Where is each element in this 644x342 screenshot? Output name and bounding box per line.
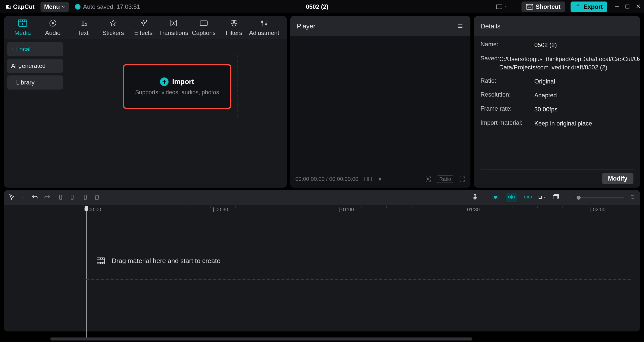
svg-rect-44 (539, 196, 541, 198)
shortcut-label: Shortcut (536, 3, 560, 10)
minimize-icon (614, 4, 620, 9)
details-body: Name:0502 (2) Saved:C:/Users/topgus_thin… (474, 36, 640, 188)
import-button-highlighted[interactable]: + Import Supports: videos, audios, photo… (123, 64, 231, 109)
svg-point-5 (528, 6, 528, 6)
tab-captions-label: Captions (192, 29, 216, 36)
track-view-tool[interactable] (552, 194, 560, 201)
titlebar: CapCut Menu Auto saved: 17:03:51 0502 (2… (0, 0, 644, 14)
player-viewport[interactable]: 00:00:00:00 / 00:00:00:00 Ratio (290, 36, 470, 188)
tab-effects[interactable]: Effects (128, 19, 158, 36)
compare-icon[interactable] (364, 176, 372, 182)
details-framerate-label: Frame rate: (480, 105, 534, 114)
timeline-hscroll[interactable] (50, 337, 636, 340)
svg-point-33 (427, 178, 429, 180)
timeline-body[interactable]: Drag material here and start to create (85, 217, 632, 331)
tab-text-label: Text (77, 29, 89, 36)
menu-button[interactable]: Menu (41, 2, 69, 12)
mic-button[interactable] (472, 193, 478, 202)
selection-dropdown[interactable] (21, 195, 25, 200)
details-ratio-value: Original (534, 77, 633, 86)
adjustment-icon (259, 19, 269, 27)
details-framerate-value: 30.00fps (534, 105, 633, 114)
modify-button[interactable]: Modify (602, 173, 633, 184)
split-tool[interactable] (57, 194, 64, 202)
details-saved-value: C:/Users/topgus_thinkpad/AppData/Local/C… (499, 55, 640, 72)
focus-icon[interactable] (425, 176, 431, 182)
details-title: Details (480, 22, 500, 30)
sidebar-item-local[interactable]: Local (7, 42, 63, 56)
app-logo: CapCut (5, 3, 34, 10)
zoom-out-button[interactable] (567, 195, 571, 200)
audio-icon (48, 19, 58, 27)
capcut-logo-icon (5, 4, 12, 10)
svg-point-7 (530, 6, 530, 6)
export-button[interactable]: Export (571, 2, 607, 12)
split-right-tool[interactable] (82, 194, 88, 202)
redo-button[interactable] (44, 194, 51, 202)
tab-filters-label: Filters (226, 29, 242, 36)
filters-icon (229, 19, 239, 27)
shortcut-button[interactable]: Shortcut (521, 2, 565, 12)
delete-tool[interactable] (94, 194, 100, 202)
tab-text[interactable]: Text (68, 19, 98, 36)
undo-button[interactable] (31, 194, 38, 202)
tab-filters[interactable]: Filters (219, 19, 249, 36)
window-minimize-button[interactable] (613, 1, 618, 12)
play-button[interactable] (377, 176, 383, 182)
selection-tool[interactable] (9, 194, 16, 202)
media-sidebar: Local AI generated Library (4, 39, 66, 188)
player-title: Player (297, 22, 315, 30)
export-icon (575, 4, 581, 10)
keyboard-icon (526, 4, 533, 10)
fullscreen-icon[interactable] (459, 176, 465, 182)
tab-transitions[interactable]: Transitions (158, 19, 189, 36)
window-maximize-button[interactable] (623, 1, 628, 12)
tab-captions[interactable]: Captions (189, 19, 219, 36)
ratio-button[interactable]: Ratio (437, 176, 453, 183)
snap-tool[interactable] (506, 193, 517, 202)
svg-line-48 (634, 198, 635, 199)
chevron-down-icon (61, 5, 65, 9)
tab-audio[interactable]: Audio (38, 19, 68, 36)
details-saved-label: Saved: (480, 55, 499, 72)
tab-media[interactable]: Media (8, 19, 38, 36)
sidebar-item-ai-generated[interactable]: AI generated (7, 59, 63, 73)
transitions-icon (169, 19, 178, 27)
tab-adjustment[interactable]: Adjustment (249, 19, 279, 36)
svg-point-8 (531, 6, 532, 6)
details-importmat-value: Keep in original place (534, 119, 633, 128)
layout-icon (496, 4, 504, 10)
player-footer: 00:00:00:00 / 00:00:00:00 Ratio (290, 173, 470, 185)
menu-icon[interactable] (457, 23, 464, 29)
details-resolution-value: Adapted (534, 91, 633, 100)
autosave-status: Auto saved: 17:03:51 (75, 3, 140, 10)
tab-adjustment-label: Adjustment (249, 29, 279, 36)
timeline-ruler[interactable]: 00:00 | 00:30 | 01:00 | 01:30 | 02:00 (85, 206, 632, 217)
titlebar-right: Shortcut Export (494, 1, 639, 12)
window-close-button[interactable] (634, 1, 639, 12)
zoom-fit-button[interactable] (630, 194, 635, 201)
import-dropzone[interactable]: + Import Supports: videos, audios, photo… (117, 52, 237, 121)
zoom-slider[interactable] (577, 197, 624, 198)
divider (485, 194, 485, 201)
sidebar-item-label: AI generated (11, 62, 46, 69)
split-left-tool[interactable] (69, 194, 76, 202)
svg-rect-43 (528, 196, 531, 198)
link-tool[interactable] (524, 194, 532, 201)
preview-cut-tool[interactable] (538, 194, 546, 201)
chevron-right-icon (11, 81, 14, 84)
layout-button[interactable] (494, 3, 510, 11)
tab-stickers[interactable]: Stickers (98, 19, 128, 36)
timeline-panel: 00:00 | 00:30 | 01:00 | 01:30 | 02:00 Dr… (4, 190, 640, 331)
tab-stickers-label: Stickers (102, 29, 124, 36)
scroll-thumb[interactable] (50, 337, 472, 340)
tab-effects-label: Effects (134, 29, 153, 36)
magnet-tool[interactable] (492, 194, 500, 201)
autosave-check-icon (75, 4, 80, 10)
media-panel: Media Audio Text Stickers Effects Transi… (4, 16, 287, 188)
sidebar-item-library[interactable]: Library (7, 75, 63, 90)
autosave-label: Auto saved: 17:03:51 (83, 3, 140, 10)
svg-rect-36 (497, 196, 499, 198)
timeline-drop-hint[interactable]: Drag material here and start to create (85, 242, 632, 280)
svg-rect-10 (626, 5, 629, 8)
